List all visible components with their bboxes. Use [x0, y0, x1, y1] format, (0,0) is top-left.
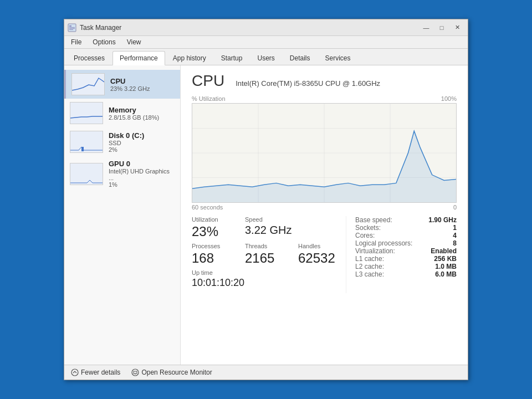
- svg-rect-5: [72, 74, 104, 95]
- l2-row: L2 cache: 1.0 MB: [355, 263, 457, 270]
- gpu-model: Intel(R) UHD Graphics ...: [109, 168, 175, 181]
- tab-users[interactable]: Users: [250, 51, 282, 65]
- svg-rect-9: [70, 163, 103, 185]
- chart-section: % Utilization 100%: [192, 95, 457, 211]
- cpu-chart: [192, 103, 457, 203]
- svg-rect-4: [69, 29, 73, 30]
- y-label: % Utilization: [192, 95, 226, 102]
- sockets-row: Sockets: 1: [355, 224, 457, 232]
- base-speed-label: Base speed:: [355, 216, 392, 224]
- title-bar: Task Manager — □ ✕: [64, 19, 468, 36]
- fewer-details-button[interactable]: Fewer details: [71, 369, 120, 376]
- svg-rect-6: [70, 103, 103, 124]
- y-max: 100%: [441, 95, 457, 102]
- memory-info: Memory 2.8/15.8 GB (18%): [109, 106, 159, 121]
- stats-right: Base speed: 1.90 GHz Sockets: 1 Cores: 4…: [346, 216, 457, 293]
- base-speed-row: Base speed: 1.90 GHz: [355, 216, 457, 224]
- l1-row: L1 cache: 256 KB: [355, 255, 457, 263]
- fewer-details-label: Fewer details: [81, 369, 120, 376]
- handles-group: Handles 62532: [298, 243, 346, 266]
- detail-subtitle: Intel(R) Core(TM) i5-8365U CPU @ 1.60GHz: [236, 79, 380, 88]
- sidebar-item-disk[interactable]: Disk 0 (C:) SSD 2%: [64, 127, 180, 156]
- detail-panel: CPU Intel(R) Core(TM) i5-8365U CPU @ 1.6…: [181, 65, 468, 365]
- disk-type: SSD: [109, 140, 144, 146]
- tab-performance[interactable]: Performance: [112, 51, 165, 65]
- uptime-value: 10:01:10:20: [192, 277, 293, 289]
- sockets-value: 1: [453, 224, 457, 232]
- utilization-value: 23%: [192, 224, 239, 239]
- close-button[interactable]: ✕: [450, 22, 464, 33]
- stats-left: Utilization 23% Speed 3.22 GHz Processes…: [192, 216, 346, 293]
- cpu-detail: 23% 3.22 GHz: [110, 85, 150, 92]
- l2-label: L2 cache:: [355, 263, 384, 270]
- gpu-info: GPU 0 Intel(R) UHD Graphics ... 1%: [109, 160, 175, 188]
- disk-thumbnail: [70, 131, 103, 153]
- detail-header: CPU Intel(R) Core(TM) i5-8365U CPU @ 1.6…: [192, 72, 457, 90]
- title-bar-controls: — □ ✕: [419, 22, 464, 33]
- speed-group: Speed 3.22 GHz: [245, 216, 293, 239]
- disk-usage: 2%: [109, 146, 144, 153]
- tab-bar: Processes Performance App history Startu…: [64, 49, 468, 65]
- processes-value: 168: [192, 250, 239, 266]
- tab-app-history[interactable]: App history: [166, 51, 213, 65]
- l2-value: 1.0 MB: [435, 263, 457, 270]
- disk-label: Disk 0 (C:): [109, 131, 144, 140]
- logical-row: Logical processors: 8: [355, 239, 457, 247]
- svg-point-17: [71, 369, 78, 376]
- open-monitor-button[interactable]: Open Resource Monitor: [131, 369, 212, 376]
- virtualization-row: Virtualization: Enabled: [355, 247, 457, 255]
- stats-row: Utilization 23% Speed 3.22 GHz Processes…: [192, 216, 457, 293]
- uptime-group: Up time 10:01:10:20: [192, 269, 293, 289]
- cores-value: 4: [453, 232, 457, 239]
- threads-label: Threads: [245, 243, 293, 249]
- title-bar-left: Task Manager: [68, 23, 121, 32]
- menu-options[interactable]: Options: [88, 37, 120, 47]
- menu-bar: File Options View: [64, 36, 468, 49]
- speed-value: 3.22 GHz: [245, 224, 293, 237]
- cpu-thumbnail: [71, 73, 105, 95]
- svg-rect-19: [134, 371, 137, 374]
- time-min: 0: [453, 204, 457, 211]
- tab-startup[interactable]: Startup: [214, 51, 250, 65]
- virtualization-label: Virtualization:: [355, 247, 395, 255]
- chart-labels: % Utilization 100%: [192, 95, 457, 102]
- tab-details[interactable]: Details: [283, 51, 318, 65]
- l3-row: L3 cache: 6.0 MB: [355, 270, 457, 278]
- sidebar-item-cpu[interactable]: CPU 23% 3.22 GHz: [64, 70, 180, 99]
- threads-value: 2165: [245, 250, 293, 266]
- menu-file[interactable]: File: [66, 37, 86, 47]
- tab-services[interactable]: Services: [318, 51, 358, 65]
- sidebar-item-gpu[interactable]: GPU 0 Intel(R) UHD Graphics ... 1%: [64, 156, 180, 191]
- sidebar: CPU 23% 3.22 GHz Memory 2.8/15.8 GB (18%…: [64, 65, 181, 365]
- processes-group: Processes 168: [192, 243, 239, 266]
- time-label: 60 seconds: [192, 204, 223, 211]
- task-manager-window: Task Manager — □ ✕ File Options View Pro…: [64, 19, 468, 380]
- logical-label: Logical processors:: [355, 239, 412, 247]
- minimize-button[interactable]: —: [419, 22, 433, 33]
- monitor-icon: [131, 369, 139, 376]
- threads-group: Threads 2165: [245, 243, 293, 266]
- main-content: CPU 23% 3.22 GHz Memory 2.8/15.8 GB (18%…: [64, 65, 468, 365]
- gpu-thumbnail: [70, 163, 103, 185]
- tab-processes[interactable]: Processes: [66, 51, 112, 65]
- svg-rect-3: [69, 28, 75, 29]
- handles-value: 62532: [298, 250, 346, 266]
- memory-label: Memory: [109, 106, 159, 114]
- gpu-usage: 1%: [109, 181, 175, 188]
- sockets-label: Sockets:: [355, 224, 381, 232]
- memory-detail: 2.8/15.8 GB (18%): [109, 114, 159, 121]
- maximize-button[interactable]: □: [434, 22, 449, 33]
- gpu-label: GPU 0: [109, 160, 175, 168]
- svg-rect-2: [69, 27, 75, 28]
- cpu-info: CPU 23% 3.22 GHz: [110, 77, 150, 92]
- l1-value: 256 KB: [434, 255, 457, 263]
- l3-label: L3 cache:: [355, 270, 384, 278]
- sidebar-item-memory[interactable]: Memory 2.8/15.8 GB (18%): [64, 99, 180, 127]
- handles-label: Handles: [298, 243, 346, 249]
- svg-point-18: [132, 369, 139, 376]
- window-title: Task Manager: [80, 24, 121, 32]
- menu-view[interactable]: View: [122, 37, 146, 47]
- cores-row: Cores: 4: [355, 232, 457, 239]
- chart-time-labels: 60 seconds 0: [192, 204, 457, 211]
- speed-label: Speed: [245, 216, 293, 223]
